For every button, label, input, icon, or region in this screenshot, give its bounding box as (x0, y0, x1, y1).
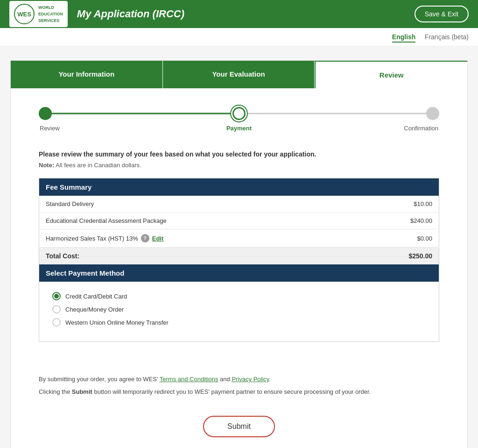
note-line: Note: All fees are in Canadian dollars. (39, 162, 439, 169)
payment-options: Credit Card/Debit Card Cheque/Money Orde… (46, 286, 432, 337)
radio-inner-credit (54, 294, 59, 299)
total-label: Total Cost: (39, 248, 353, 265)
table-row: Standard Delivery $10.00 (39, 196, 439, 213)
wes-logo: WES (14, 4, 35, 24)
logo-area: WES WORLD EDUCATION SERVICES (9, 1, 68, 27)
submit-button[interactable]: Submit (203, 416, 275, 437)
table-row: Educational Credential Assessment Packag… (39, 213, 439, 229)
fee-amount-standard: $10.00 (352, 196, 439, 213)
french-lang-link[interactable]: Français (beta) (425, 33, 469, 41)
total-row: Total Cost: $250.00 (39, 248, 439, 265)
terms-line1: By submitting your order, you agree to W… (39, 375, 439, 384)
terms-line2: Clicking the Submit button will temporar… (39, 387, 439, 397)
payment-option-cheque[interactable]: Cheque/Money Order (52, 305, 426, 313)
radio-cheque[interactable] (52, 305, 61, 313)
fee-table-header: Fee Summary (39, 178, 439, 196)
payment-options-row: Credit Card/Debit Card Cheque/Money Orde… (39, 282, 439, 342)
privacy-link[interactable]: Privacy Policy (232, 376, 269, 383)
english-lang-link[interactable]: English (392, 33, 416, 43)
body-section: Please review the summary of your fees b… (11, 141, 467, 370)
language-bar: English Français (beta) (0, 28, 478, 46)
edit-link[interactable]: Edit (152, 235, 164, 242)
fee-label-standard: Standard Delivery (39, 196, 353, 213)
fee-label-eca: Educational Credential Assessment Packag… (39, 213, 353, 229)
step-label-payment: Payment (220, 125, 258, 132)
step-dot-payment (232, 107, 246, 120)
progress-line-fill (39, 113, 239, 114)
tab-your-evaluation[interactable]: Your Evaluation (163, 61, 315, 88)
step-label-review: Review (40, 125, 77, 132)
help-icon[interactable]: ? (141, 234, 149, 242)
fee-table-wrapper: Fee Summary Standard Delivery $10.00 Edu… (39, 178, 439, 351)
progress-track (39, 107, 439, 120)
step-dot-review (39, 107, 52, 120)
step-labels: Review Payment Confirmation (39, 125, 439, 132)
app-header: WES WORLD EDUCATION SERVICES My Applicat… (0, 0, 478, 28)
fee-label-hst: Harmonized Sales Tax (HST) 13% ? Edit (39, 229, 353, 248)
payment-option-credit[interactable]: Credit Card/Debit Card (52, 292, 426, 300)
summary-intro: Please review the summary of your fees b… (39, 150, 439, 158)
main-content: Your Information Your Evaluation Review … (10, 60, 468, 448)
table-row: Harmonized Sales Tax (HST) 13% ? Edit $0… (39, 229, 439, 248)
radio-credit[interactable] (52, 292, 61, 300)
submit-section: Submit (11, 402, 467, 448)
payment-options-cell: Credit Card/Debit Card Cheque/Money Orde… (39, 282, 439, 342)
payment-method-header: Select Payment Method (39, 264, 439, 282)
step-label-confirmation: Confirmation (401, 125, 438, 132)
total-amount: $250.00 (352, 248, 439, 265)
radio-wu[interactable] (52, 318, 61, 327)
fee-amount-eca: $240.00 (352, 213, 439, 229)
progress-section: Review Payment Confirmation (11, 88, 467, 141)
save-exit-button[interactable]: Save & Exit (415, 6, 469, 22)
logo-subtitle: WORLD EDUCATION SERVICES (38, 4, 63, 23)
tab-your-information[interactable]: Your Information (11, 61, 163, 88)
payment-option-wu[interactable]: Western Union Online Money Transfer (52, 318, 426, 327)
fee-table: Fee Summary Standard Delivery $10.00 Edu… (39, 178, 439, 342)
step-tabs: Your Information Your Evaluation Review (11, 61, 467, 88)
fee-amount-hst: $0.00 (352, 229, 439, 248)
terms-link[interactable]: Terms and Conditions (160, 376, 218, 383)
tab-review[interactable]: Review (315, 61, 467, 88)
terms-section: By submitting your order, you agree to W… (11, 370, 467, 402)
step-dot-confirmation (426, 107, 439, 120)
app-title: My Application (IRCC) (77, 8, 415, 20)
